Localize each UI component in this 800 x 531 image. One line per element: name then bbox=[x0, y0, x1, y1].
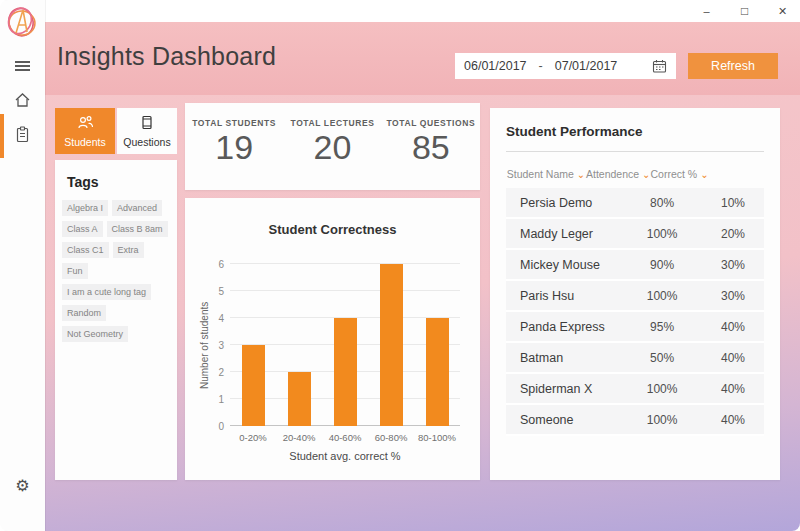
sidebar: ⚙ bbox=[0, 0, 45, 531]
sort-chevron-icon[interactable]: ⌄ bbox=[700, 169, 708, 180]
tag-chip[interactable]: Not Geometry bbox=[62, 326, 128, 342]
sort-chevron-icon[interactable]: ⌄ bbox=[642, 169, 650, 180]
chart-x-tick-labels: 0-20%20-40%40-60%60-80%80-100% bbox=[230, 432, 460, 443]
table-cell: 80% bbox=[622, 196, 702, 210]
tab-label: Questions bbox=[123, 136, 170, 148]
date-range-field[interactable]: 06/01/2017 - 07/01/2017 bbox=[455, 53, 676, 79]
chart-title: Student Correctness bbox=[185, 198, 480, 237]
titlebar: – □ ✕ bbox=[0, 0, 800, 22]
y-axis-tick: 4 bbox=[206, 313, 224, 324]
table-cell: Panda Express bbox=[506, 320, 622, 334]
chart-plot: 0123456 bbox=[230, 264, 460, 426]
table-cell: 40% bbox=[702, 320, 764, 334]
sort-chevron-icon[interactable]: ⌄ bbox=[577, 169, 585, 180]
y-axis-tick: 0 bbox=[206, 421, 224, 432]
performance-title: Student Performance bbox=[506, 124, 764, 152]
people-icon bbox=[77, 115, 94, 132]
column-header[interactable]: Student Name⌄ bbox=[506, 164, 586, 188]
student-performance-card: Student Performance Student Name⌄ Attend… bbox=[490, 108, 780, 480]
table-cell: 10% bbox=[702, 196, 764, 210]
table-cell: Maddy Leger bbox=[506, 227, 622, 241]
menu-button[interactable] bbox=[0, 52, 45, 80]
stat-value: 85 bbox=[412, 128, 450, 167]
date-end: 07/01/2017 bbox=[555, 59, 618, 73]
table-cell: 95% bbox=[622, 320, 702, 334]
column-header-label: Student Name bbox=[507, 168, 574, 180]
calendar-icon[interactable] bbox=[652, 59, 667, 73]
table-cell: Someone bbox=[506, 413, 622, 427]
table-header-row: Student Name⌄ Attendence⌄ Correct %⌄ bbox=[506, 164, 764, 188]
close-button[interactable]: ✕ bbox=[775, 0, 790, 22]
table-cell: 100% bbox=[622, 227, 702, 241]
column-header[interactable]: Correct %⌄ bbox=[651, 164, 709, 188]
tag-chip[interactable]: Fun bbox=[62, 263, 88, 279]
table-row: Mickey Mouse 90% 30% bbox=[506, 250, 764, 281]
x-axis-tick: 40-60% bbox=[322, 432, 368, 443]
stat: TOTAL LECTURES 20 bbox=[283, 103, 381, 190]
chart-bars bbox=[230, 264, 460, 426]
clipboard-icon bbox=[15, 126, 30, 147]
home-button[interactable] bbox=[0, 88, 45, 116]
table-row: Someone 100% 40% bbox=[506, 405, 764, 436]
table-cell: 100% bbox=[622, 289, 702, 303]
table-cell: 30% bbox=[702, 289, 764, 303]
column-header-label: Attendence bbox=[586, 168, 639, 180]
hamburger-icon bbox=[15, 59, 30, 73]
table-row: Persia Demo 80% 10% bbox=[506, 188, 764, 219]
table-cell: Spiderman X bbox=[506, 382, 622, 396]
tag-chip[interactable]: Class C1 bbox=[62, 242, 109, 258]
tab-students[interactable]: Students bbox=[55, 108, 115, 154]
tags-card: Tags Algebra IAdvancedClass AClass B 8am… bbox=[55, 160, 177, 480]
y-axis-tick: 1 bbox=[206, 394, 224, 405]
settings-button[interactable]: ⚙ bbox=[0, 471, 45, 499]
refresh-button[interactable]: Refresh bbox=[688, 53, 778, 79]
table-body: Persia Demo 80% 10% Maddy Leger 100% 20%… bbox=[506, 188, 764, 436]
tab-questions[interactable]: Questions bbox=[117, 108, 177, 154]
y-axis-tick: 3 bbox=[206, 340, 224, 351]
table-cell: Persia Demo bbox=[506, 196, 622, 210]
stat-label: TOTAL STUDENTS bbox=[192, 118, 276, 128]
column-header-label: Correct % bbox=[651, 168, 698, 180]
app-logo-icon bbox=[6, 3, 38, 47]
chart-bar bbox=[426, 318, 449, 426]
tag-chip[interactable]: I am a cute long tag bbox=[62, 284, 151, 300]
stat: TOTAL QUESTIONS 85 bbox=[382, 103, 480, 190]
table-row: Batman 50% 40% bbox=[506, 343, 764, 374]
x-axis-tick: 80-100% bbox=[414, 432, 460, 443]
tag-chip[interactable]: Advanced bbox=[112, 200, 162, 216]
stat: TOTAL STUDENTS 19 bbox=[185, 103, 283, 190]
chart-x-axis-label: Student avg. correct % bbox=[230, 450, 460, 462]
notebook-icon bbox=[140, 115, 154, 132]
y-axis-tick: 5 bbox=[206, 286, 224, 297]
tab-label: Students bbox=[64, 136, 105, 148]
column-header[interactable]: Attendence⌄ bbox=[586, 164, 651, 188]
tag-chip[interactable]: Algebra I bbox=[62, 200, 108, 216]
table-cell: 30% bbox=[702, 258, 764, 272]
home-icon bbox=[14, 92, 31, 112]
tag-chip[interactable]: Class A bbox=[62, 221, 103, 237]
table-cell: 40% bbox=[702, 351, 764, 365]
minimize-button[interactable]: – bbox=[699, 0, 714, 22]
chart-bar bbox=[380, 264, 403, 426]
table-cell: 40% bbox=[702, 413, 764, 427]
chart-bar bbox=[288, 372, 311, 426]
tag-chip[interactable]: Extra bbox=[113, 242, 144, 258]
stat-label: TOTAL QUESTIONS bbox=[386, 118, 475, 128]
page-title: Insights Dashboard bbox=[57, 42, 276, 71]
table-cell: Batman bbox=[506, 351, 622, 365]
tag-chip[interactable]: Random bbox=[62, 305, 106, 321]
table-cell: 20% bbox=[702, 227, 764, 241]
x-axis-tick: 0-20% bbox=[230, 432, 276, 443]
tag-chip[interactable]: Class B 8am bbox=[107, 221, 168, 237]
main-area: Insights Dashboard 06/01/2017 - 07/01/20… bbox=[45, 22, 800, 531]
tags-title: Tags bbox=[67, 174, 170, 190]
x-axis-tick: 20-40% bbox=[276, 432, 322, 443]
table-cell: 100% bbox=[622, 382, 702, 396]
y-axis-tick: 6 bbox=[206, 259, 224, 270]
stat-value: 19 bbox=[215, 128, 253, 167]
date-separator: - bbox=[539, 59, 543, 73]
table-cell: 40% bbox=[702, 382, 764, 396]
tab-bar: Students Questions bbox=[55, 108, 177, 154]
maximize-button[interactable]: □ bbox=[737, 0, 752, 22]
reports-button[interactable] bbox=[0, 122, 45, 150]
